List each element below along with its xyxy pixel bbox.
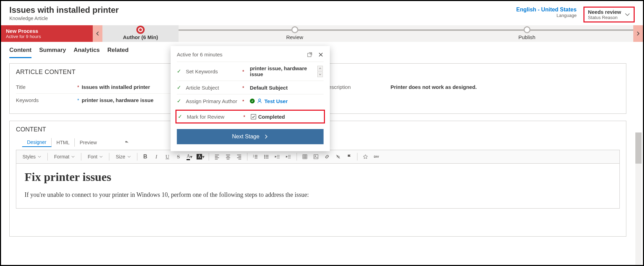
required-icon: * — [242, 98, 247, 104]
close-icon[interactable] — [318, 52, 324, 57]
highlight-icon[interactable]: A▾ — [196, 152, 205, 161]
toolbar-font-select[interactable]: Font — [85, 153, 106, 160]
tab-analytics[interactable]: Analytics — [74, 47, 100, 58]
required-icon: * — [242, 68, 247, 74]
page-title: Issues with installed printer — [9, 5, 119, 15]
align-right-icon[interactable] — [235, 152, 244, 161]
stage-flyout: Active for 6 minutes ✓ Set Keywords * pr… — [171, 46, 330, 151]
tab-related[interactable]: Related — [107, 47, 128, 58]
underline-icon[interactable]: U — [163, 152, 172, 161]
stage-circle-icon — [136, 26, 145, 34]
process-next-arrow[interactable] — [633, 25, 643, 42]
person-icon — [257, 98, 262, 104]
scrollbar-thumb[interactable] — [635, 132, 642, 164]
numbered-list-icon[interactable]: 12 — [251, 152, 260, 161]
editor-body[interactable]: Fix printer issues If you're unable to c… — [16, 164, 620, 209]
check-icon: ✓ — [177, 68, 183, 74]
font-color-icon[interactable]: A▾ — [185, 152, 194, 161]
link-icon[interactable] — [323, 152, 332, 161]
status-label: Status Reason — [588, 15, 621, 20]
flyout-row-keywords[interactable]: ✓ Set Keywords * printer issue, hardware… — [177, 62, 324, 81]
process-name-block[interactable]: New Process Active for 9 hours — [1, 25, 93, 42]
align-center-icon[interactable] — [224, 152, 233, 161]
required-icon: * — [243, 114, 248, 120]
flag-icon[interactable] — [345, 152, 354, 161]
tab-summary[interactable]: Summary — [39, 47, 66, 58]
bullet-list-icon[interactable] — [262, 152, 271, 161]
strikethrough-icon[interactable]: S — [174, 152, 183, 161]
process-active-time: Active for 9 hours — [6, 34, 88, 39]
svg-point-9 — [258, 99, 261, 101]
required-icon: * — [75, 84, 82, 90]
italic-icon[interactable]: I — [152, 152, 161, 161]
stage-circle-icon — [291, 26, 298, 33]
div-icon[interactable]: DIV — [372, 152, 381, 161]
stage-publish[interactable]: Publish — [411, 25, 643, 42]
bold-icon[interactable]: B — [141, 152, 150, 161]
field-description[interactable]: Description Printer does not work as des… — [325, 81, 620, 93]
recommended-icon: * — [75, 98, 82, 103]
flyout-label: Set Keywords — [186, 68, 239, 74]
toolbar-size-select[interactable]: Size — [113, 153, 133, 160]
check-icon: ✓ — [177, 84, 183, 91]
entity-type: Knowledge Article — [9, 16, 119, 21]
tab-content[interactable]: Content — [9, 47, 31, 58]
svg-point-7 — [315, 156, 316, 157]
chevron-down-icon — [625, 12, 630, 17]
toolbar-styles-select[interactable]: Styles — [20, 153, 44, 160]
stage-circle-icon — [524, 26, 530, 33]
flyout-row-subject[interactable]: ✓ Article Subject * Default Subject — [177, 81, 324, 94]
toolbar-format-select[interactable]: Format — [51, 153, 78, 160]
check-icon: ✓ — [178, 113, 184, 120]
outdent-icon[interactable] — [273, 152, 282, 161]
editor-tab-preview[interactable]: Preview — [75, 138, 102, 147]
stage-label: Publish — [518, 34, 535, 40]
align-left-icon[interactable] — [212, 152, 221, 161]
svg-point-2 — [264, 155, 265, 156]
process-prev-arrow[interactable] — [93, 25, 102, 42]
next-stage-button[interactable]: Next Stage — [177, 129, 324, 144]
table-icon[interactable] — [300, 152, 309, 161]
embed-icon[interactable] — [361, 152, 370, 161]
indent-icon[interactable] — [284, 152, 293, 161]
svg-rect-6 — [314, 155, 318, 159]
flyout-active-time: Active for 6 minutes — [177, 52, 223, 57]
mini-scrollbar[interactable] — [317, 66, 324, 77]
image-icon[interactable] — [311, 152, 320, 161]
flyout-row-mark-review[interactable]: ✓ Mark for Review * Completed — [178, 112, 323, 121]
field-value: Issues with installed printer — [82, 84, 150, 90]
presence-icon — [250, 99, 255, 103]
language-block[interactable]: English - United States Language — [516, 7, 577, 18]
flyout-row-author[interactable]: ✓ Assign Primary Author * Test User — [177, 94, 324, 108]
check-icon: ✓ — [177, 98, 183, 104]
field-label: Description — [325, 84, 384, 90]
svg-rect-5 — [303, 155, 307, 159]
svg-point-4 — [264, 158, 265, 159]
flyout-label: Mark for Review — [187, 114, 241, 120]
checkbox-label: Completed — [258, 114, 285, 120]
flyout-label: Article Subject — [186, 85, 239, 91]
undo-icon[interactable] — [123, 138, 131, 147]
status-value: Needs review — [588, 9, 621, 15]
language-value: English - United States — [516, 7, 577, 13]
svg-text:2: 2 — [253, 156, 254, 158]
required-icon — [384, 84, 391, 90]
flyout-label: Assign Primary Author — [186, 98, 239, 104]
editor-h1: Fix printer issues — [25, 171, 611, 184]
popout-icon[interactable] — [307, 52, 312, 57]
field-label: Keywords — [16, 97, 75, 103]
field-label: Title — [16, 84, 75, 90]
editor-tab-html[interactable]: HTML — [52, 138, 75, 147]
language-label: Language — [516, 13, 577, 18]
flyout-value[interactable]: Test User — [250, 98, 324, 104]
stage-author[interactable]: Author (6 Min) — [102, 25, 179, 42]
editor-paragraph: If you're unable to connect to your prin… — [25, 191, 611, 199]
flyout-value: Default Subject — [250, 85, 324, 91]
stage-review[interactable]: Review — [179, 25, 411, 42]
unlink-icon[interactable] — [334, 152, 343, 161]
editor-tab-designer[interactable]: Designer — [22, 138, 52, 147]
field-value: printer issue, hardware issue — [82, 97, 154, 103]
status-reason-block[interactable]: Needs review Status Reason — [583, 7, 635, 22]
mark-review-checkbox[interactable]: Completed — [251, 114, 285, 120]
stage-label: Review — [286, 34, 303, 40]
